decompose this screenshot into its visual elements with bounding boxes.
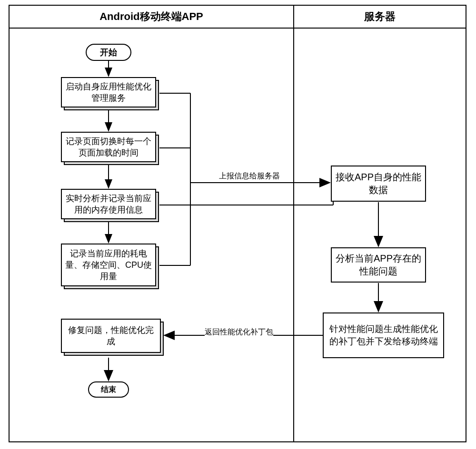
diagram-container: Android移动终端APP 服务器 xyxy=(0,0,476,449)
step-record-page-load: 记录页面切换时每一个页面加载的时间 xyxy=(61,132,156,162)
label-return: 返回性能优化补丁包 xyxy=(205,327,273,337)
swimlane-header-app: Android移动终端APP xyxy=(9,5,294,29)
label-upload: 上报信息给服务器 xyxy=(219,171,280,181)
step-start-service: 启动自身应用性能优化管理服务 xyxy=(61,77,156,107)
swimlane-headers: Android移动终端APP 服务器 xyxy=(9,5,466,29)
step-analyze-memory: 实时分析并记录当前应用的内存使用信息 xyxy=(61,189,156,219)
outer-border xyxy=(9,5,466,442)
server-generate-patch: 针对性能问题生成性能优化的补丁包并下发给移动终端 xyxy=(323,312,444,358)
start-node: 开始 xyxy=(86,44,131,61)
end-node: 结束 xyxy=(88,381,129,398)
step-record-resources: 记录当前应用的耗电量、存储空间、CPU使用量 xyxy=(61,244,156,286)
step-fix-complete: 修复问题，性能优化完成 xyxy=(61,319,161,353)
swimlane-divider xyxy=(293,29,294,441)
server-analyze-issues: 分析当前APP存在的性能问题 xyxy=(331,247,426,283)
server-receive-data: 接收APP自身的性能数据 xyxy=(331,166,426,202)
swimlane-header-server: 服务器 xyxy=(294,5,466,29)
